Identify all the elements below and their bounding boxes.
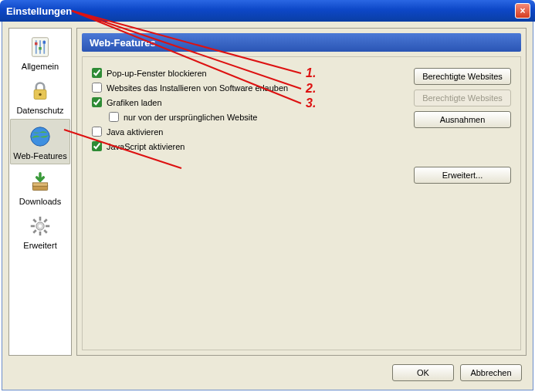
checkbox-label: nur von der ursprünglichen Website: [124, 113, 257, 122]
titlebar: Einstellungen ×: [0, 0, 535, 22]
svg-rect-4: [35, 42, 38, 46]
footer: OK Abbrechen: [2, 356, 533, 390]
sidebar-item-erweitert[interactable]: Erweitert: [9, 209, 71, 253]
sidebar-item-label: Downloads: [19, 197, 61, 206]
content-panel: Web-Features Pop-up-Fenster blockieren W…: [76, 28, 527, 356]
exceptions-button[interactable]: Ausnahmen: [414, 111, 511, 128]
lock-icon: [28, 79, 52, 103]
checkbox-label: Grafiken laden: [107, 98, 162, 107]
ok-button[interactable]: OK: [392, 364, 454, 381]
svg-line-21: [44, 219, 47, 222]
svg-point-8: [39, 93, 42, 96]
sidebar-item-downloads[interactable]: Downloads: [9, 165, 71, 209]
popup-block-checkbox[interactable]: Pop-up-Fenster blockieren: [92, 68, 207, 78]
panel-title: Web-Features: [82, 33, 521, 52]
checkbox-label: Pop-up-Fenster blockieren: [107, 69, 207, 78]
svg-point-22: [39, 225, 42, 228]
checkbox-label: Websites das Installieren von Software e…: [107, 83, 288, 93]
panel-body: Pop-up-Fenster blockieren Websites das I…: [82, 56, 521, 350]
close-icon: ×: [520, 5, 525, 16]
javascript-checkbox[interactable]: JavaScript aktivieren: [92, 141, 185, 151]
close-button[interactable]: ×: [515, 3, 530, 19]
main-area: Allgemein Datenschutz: [2, 22, 533, 356]
sidebar-item-label: Web-Features: [13, 151, 67, 161]
sliders-icon: [28, 35, 52, 59]
side-buttons: Berechtigte Websites Berechtigte Website…: [414, 68, 511, 184]
checkbox-label: Java aktivieren: [107, 127, 163, 137]
download-icon: [28, 170, 52, 194]
allowed-sites-install-button: Berechtigte Websites: [414, 90, 511, 106]
sidebar-item-webfeatures[interactable]: Web-Features: [10, 119, 70, 164]
sidebar-item-allgemein[interactable]: Allgemein: [9, 30, 71, 74]
allowed-sites-popup-button[interactable]: Berechtigte Websites: [414, 68, 511, 85]
allow-install-checkbox[interactable]: Websites das Installieren von Software e…: [92, 83, 288, 93]
java-checkbox[interactable]: Java aktivieren: [92, 127, 163, 137]
sidebar-item-datenschutz[interactable]: Datenschutz: [9, 74, 71, 118]
original-site-only-checkbox[interactable]: nur von der ursprünglichen Website: [109, 112, 257, 122]
svg-line-20: [33, 230, 36, 233]
checkbox-label: JavaScript aktivieren: [107, 142, 185, 151]
svg-rect-12: [32, 183, 47, 186]
cancel-button[interactable]: Abbrechen: [460, 364, 522, 381]
gear-icon: [28, 214, 52, 238]
sidebar-item-label: Allgemein: [22, 62, 59, 71]
svg-rect-5: [39, 47, 42, 50]
svg-line-18: [33, 219, 36, 222]
window-title: Einstellungen: [6, 5, 72, 17]
advanced-button[interactable]: Erweitert...: [414, 167, 511, 184]
sidebar-item-label: Datenschutz: [16, 106, 63, 115]
sidebar-item-label: Erweitert: [23, 241, 56, 250]
svg-line-19: [44, 230, 47, 233]
sidebar: Allgemein Datenschutz: [8, 28, 72, 356]
globe-icon: [28, 124, 52, 149]
load-images-checkbox[interactable]: Grafiken laden: [92, 97, 162, 107]
svg-rect-6: [43, 41, 46, 44]
client-area: Allgemein Datenschutz: [2, 22, 533, 390]
